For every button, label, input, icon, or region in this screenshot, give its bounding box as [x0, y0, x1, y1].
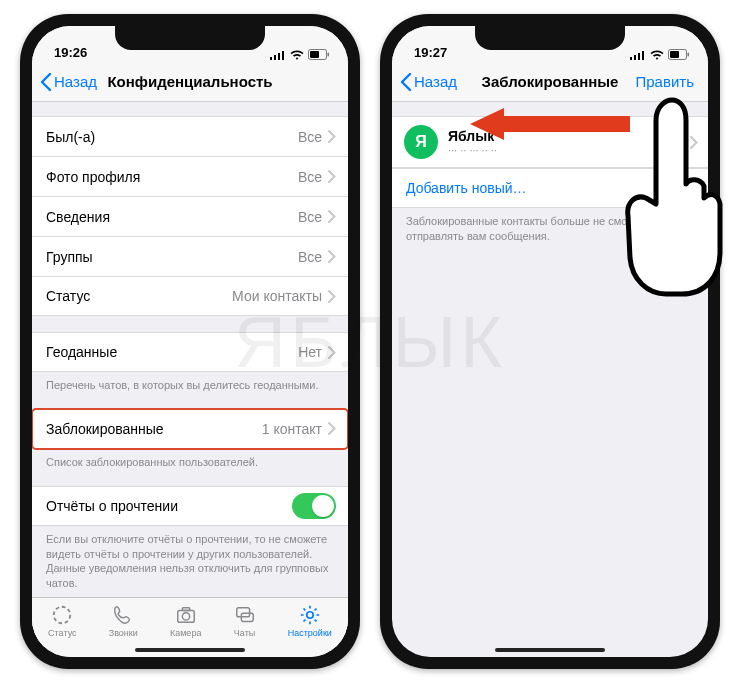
chevron-right-icon: [328, 170, 336, 183]
home-indicator: [135, 648, 245, 652]
contact-name: Яблык: [448, 128, 497, 144]
chevron-right-icon: [690, 136, 698, 149]
row-about[interactable]: Сведения Все: [32, 196, 348, 236]
read-receipts-footer: Если вы отключите отчёты о прочтении, то…: [32, 526, 348, 591]
back-label: Назад: [54, 73, 97, 90]
row-label: Группы: [46, 249, 93, 265]
privacy-group-blocked: Заблокированные 1 контакт: [32, 409, 348, 449]
row-value: Все: [298, 169, 322, 185]
svg-rect-19: [670, 51, 679, 58]
blocked-footer: Список заблокированных пользователей.: [32, 449, 348, 470]
row-value: Все: [298, 209, 322, 225]
row-label: Заблокированные: [46, 421, 164, 437]
chevron-right-icon: [328, 346, 336, 359]
notch: [115, 26, 265, 50]
svg-rect-15: [634, 55, 636, 60]
signal-icon: [630, 50, 646, 60]
wifi-icon: [650, 50, 664, 60]
row-value: Все: [298, 249, 322, 265]
home-indicator: [495, 648, 605, 652]
back-button[interactable]: Назад: [40, 73, 97, 91]
row-blocked[interactable]: Заблокированные 1 контакт: [32, 409, 348, 449]
chevron-right-icon: [328, 210, 336, 223]
contact-text: Яблык ··· ·· ··· ·· ··: [448, 128, 497, 156]
svg-point-7: [54, 607, 71, 624]
svg-rect-2: [278, 53, 280, 60]
svg-point-13: [307, 612, 313, 618]
svg-rect-14: [630, 57, 632, 60]
camera-icon: [175, 604, 197, 626]
svg-rect-20: [688, 53, 690, 57]
chevron-right-icon: [328, 422, 336, 435]
tab-status[interactable]: Статус: [48, 604, 76, 638]
nav-bar: Назад Конфиденциальность: [32, 62, 348, 102]
svg-rect-1: [274, 55, 276, 60]
row-label: Отчёты о прочтении: [46, 498, 178, 514]
back-button[interactable]: Назад: [400, 73, 457, 91]
notch: [475, 26, 625, 50]
svg-rect-6: [328, 53, 330, 57]
chevron-right-icon: [328, 130, 336, 143]
screen-right: 19:27 Назад Заблокированные Править: [392, 26, 708, 657]
chevron-right-icon: [328, 290, 336, 303]
signal-icon: [270, 50, 286, 60]
avatar: Я: [404, 125, 438, 159]
tab-label: Камера: [170, 628, 201, 638]
row-label: Фото профиля: [46, 169, 140, 185]
tab-calls[interactable]: Звонки: [109, 604, 138, 638]
chevron-right-icon: [328, 250, 336, 263]
svg-rect-5: [310, 51, 319, 58]
screen-left: 19:26 Назад Конфиденциальность: [32, 26, 348, 657]
edit-button[interactable]: Править: [636, 73, 701, 90]
phone-frame-left: 19:26 Назад Конфиденциальность: [20, 14, 360, 669]
tab-settings[interactable]: Настройки: [288, 604, 332, 638]
status-icon: [51, 604, 73, 626]
tab-chats[interactable]: Чаты: [234, 604, 256, 638]
privacy-group-read-receipts: Отчёты о прочтении: [32, 486, 348, 526]
battery-icon: [308, 49, 330, 60]
battery-icon: [668, 49, 690, 60]
blocked-info-footer: Заблокированные контакты больше не смогу…: [392, 208, 708, 244]
privacy-group-geo: Геоданные Нет: [32, 332, 348, 372]
row-value: Мои контакты: [232, 288, 322, 304]
row-value: 1 контакт: [262, 421, 322, 437]
wifi-icon: [290, 50, 304, 60]
svg-rect-11: [236, 608, 249, 617]
svg-rect-17: [642, 51, 644, 60]
row-geo[interactable]: Геоданные Нет: [32, 332, 348, 372]
row-label: Сведения: [46, 209, 110, 225]
page-title: Заблокированные: [482, 73, 619, 90]
tab-label: Статус: [48, 628, 76, 638]
geo-footer: Перечень чатов, в которых вы делитесь ге…: [32, 372, 348, 393]
contact-subtitle: ··· ·· ··· ·· ··: [448, 144, 497, 156]
svg-rect-0: [270, 57, 272, 60]
svg-rect-3: [282, 51, 284, 60]
chevron-left-icon: [40, 73, 52, 91]
read-receipts-toggle[interactable]: [292, 493, 336, 519]
blocked-contact-row[interactable]: Я Яблык ··· ·· ··· ·· ··: [392, 116, 708, 168]
row-value: Все: [298, 129, 322, 145]
row-profile-photo[interactable]: Фото профиля Все: [32, 156, 348, 196]
row-last-seen[interactable]: Был(-а) Все: [32, 116, 348, 156]
svg-rect-10: [182, 608, 189, 611]
row-value: Нет: [298, 344, 322, 360]
status-time: 19:26: [54, 45, 87, 60]
status-time: 19:27: [414, 45, 447, 60]
svg-point-9: [182, 613, 189, 620]
tab-label: Звонки: [109, 628, 138, 638]
add-new-button[interactable]: Добавить новый…: [392, 168, 708, 208]
nav-bar: Назад Заблокированные Править: [392, 62, 708, 102]
tab-camera[interactable]: Камера: [170, 604, 201, 638]
row-read-receipts: Отчёты о прочтении: [32, 486, 348, 526]
phone-frame-right: 19:27 Назад Заблокированные Править: [380, 14, 720, 669]
phone-icon: [112, 604, 134, 626]
back-label: Назад: [414, 73, 457, 90]
content-area: Был(-а) Все Фото профиля Все: [32, 102, 348, 657]
gear-icon: [299, 604, 321, 626]
content-area: Я Яблык ··· ·· ··· ·· ·· Добавить новый……: [392, 102, 708, 244]
chats-icon: [234, 604, 256, 626]
tab-label: Чаты: [234, 628, 255, 638]
row-status[interactable]: Статус Мои контакты: [32, 276, 348, 316]
row-label: Геоданные: [46, 344, 117, 360]
row-groups[interactable]: Группы Все: [32, 236, 348, 276]
